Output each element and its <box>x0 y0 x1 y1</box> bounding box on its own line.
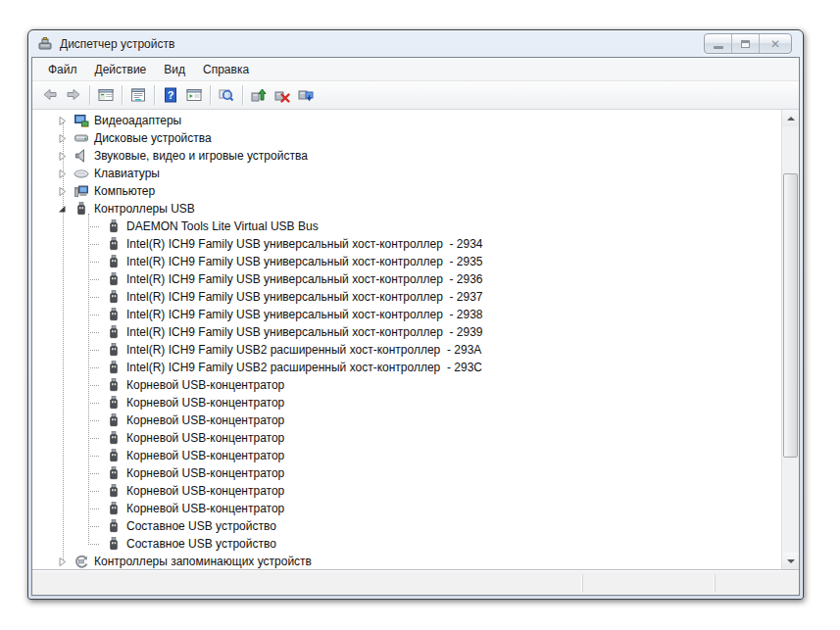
uninstall-device-button[interactable] <box>271 83 294 107</box>
usb-icon <box>106 289 122 305</box>
tree-category[interactable]: Клавиатуры <box>32 165 782 182</box>
tree-item-label: Составное USB устройство <box>126 537 276 551</box>
maximize-button[interactable] <box>732 34 760 53</box>
uninstall-device-icon <box>273 86 291 104</box>
tree-connector <box>88 438 99 439</box>
properties-button[interactable] <box>126 83 150 107</box>
usb-icon <box>106 465 122 481</box>
tree-item-label: Корневой USB-концентратор <box>126 396 284 410</box>
collapsed-expander-icon[interactable] <box>57 186 68 197</box>
tree-item[interactable]: Intel(R) ICH9 Family USB универсальный х… <box>32 288 782 306</box>
tree-item[interactable]: Intel(R) ICH9 Family USB универсальный х… <box>32 235 782 253</box>
tree-connector <box>88 456 99 457</box>
tree-item[interactable]: Составное USB устройство <box>32 535 782 553</box>
tree-connector <box>88 315 99 315</box>
tree-item[interactable]: Intel(R) ICH9 Family USB2 расширенный хо… <box>32 341 782 359</box>
tree-item[interactable]: Корневой USB-концентратор <box>32 429 782 447</box>
collapsed-expander-icon[interactable] <box>57 133 68 144</box>
tree-item[interactable]: Корневой USB-концентратор <box>32 482 782 500</box>
update-hardware-config-button[interactable] <box>294 83 318 107</box>
usb-icon <box>106 448 122 463</box>
toolbar-separator <box>242 85 243 105</box>
standard-view-icon <box>185 86 203 104</box>
tree-connector <box>88 473 99 474</box>
tree-item-label: Составное USB устройство <box>126 519 276 533</box>
tree-item-label: Корневой USB-концентратор <box>126 466 284 480</box>
scroll-down-button[interactable] <box>782 553 799 569</box>
menu-view[interactable]: Вид <box>155 60 194 79</box>
vertical-scrollbar[interactable] <box>781 110 799 569</box>
menu-file[interactable]: Файл <box>39 60 86 79</box>
scroll-up-button[interactable] <box>782 110 799 126</box>
tree-category[interactable]: Контроллеры запоминающих устройств <box>32 553 782 569</box>
standard-view-button[interactable] <box>182 83 206 107</box>
maximize-icon <box>741 40 750 48</box>
back-button[interactable] <box>38 83 62 107</box>
back-icon <box>41 86 59 104</box>
menu-help[interactable]: Справка <box>194 60 258 79</box>
tree-item[interactable]: Intel(R) ICH9 Family USB универсальный х… <box>32 253 782 270</box>
show-console-tree-button[interactable] <box>94 83 118 107</box>
tree-item-label: Корневой USB-концентратор <box>126 413 284 427</box>
forward-button[interactable] <box>62 83 85 107</box>
tree-item-label: Контроллеры USB <box>94 202 195 216</box>
tree-category[interactable]: Видеоадаптеры <box>32 112 782 129</box>
minimize-button[interactable] <box>705 34 732 53</box>
tree-item[interactable]: Корневой USB-концентратор <box>32 500 782 517</box>
storage-controller-icon <box>74 554 89 569</box>
tree-category[interactable]: Контроллеры USB <box>32 200 782 218</box>
scrollbar-thumb[interactable] <box>783 173 798 458</box>
scan-hardware-button[interactable] <box>215 83 238 107</box>
tree-item[interactable]: Составное USB устройство <box>32 517 782 535</box>
usb-icon <box>106 342 122 358</box>
tree-item-label: Intel(R) ICH9 Family USB универсальный х… <box>126 290 483 304</box>
forward-icon <box>65 86 82 104</box>
scroll-up-icon <box>787 117 795 121</box>
tree-category[interactable]: Компьютер <box>32 182 782 200</box>
status-pane-separator <box>582 574 583 592</box>
tree-item[interactable]: Intel(R) ICH9 Family USB универсальный х… <box>32 323 782 341</box>
usb-icon <box>106 271 122 287</box>
menu-action[interactable]: Действие <box>86 60 156 79</box>
tree-item[interactable]: Корневой USB-концентратор <box>32 394 782 412</box>
usb-icon <box>106 501 122 516</box>
tree-item[interactable]: Корневой USB-концентратор <box>32 464 782 482</box>
tree-item-label: Intel(R) ICH9 Family USB универсальный х… <box>126 325 483 339</box>
collapsed-expander-icon[interactable] <box>57 151 68 162</box>
tree-item[interactable]: Корневой USB-концентратор <box>32 412 782 429</box>
tree-item-label: Корневой USB-концентратор <box>126 502 284 515</box>
video-adapter-icon <box>74 113 89 128</box>
tree-category[interactable]: Дисковые устройства <box>32 129 782 147</box>
collapsed-expander-icon[interactable] <box>57 557 68 567</box>
tree-connector <box>88 491 99 492</box>
tree-connector <box>88 244 99 245</box>
tree-item-label: Intel(R) ICH9 Family USB2 расширенный хо… <box>126 361 482 374</box>
disk-drive-icon <box>74 130 89 146</box>
usb-icon <box>106 483 122 499</box>
usb-icon <box>106 218 122 234</box>
usb-icon <box>106 395 122 411</box>
tree-item-label: Компьютер <box>94 184 155 198</box>
close-button[interactable]: ✕ <box>760 34 791 53</box>
tree-connector <box>88 526 99 527</box>
update-driver-button[interactable] <box>247 83 271 107</box>
tree-connector <box>88 279 99 280</box>
tree-item[interactable]: Intel(R) ICH9 Family USB2 расширенный хо… <box>32 359 782 376</box>
tree-item[interactable]: Корневой USB-концентратор <box>32 376 782 394</box>
collapsed-expander-icon[interactable] <box>57 169 68 179</box>
collapsed-expander-icon[interactable] <box>57 116 68 126</box>
menu-bar: Файл Действие Вид Справка <box>32 58 799 81</box>
update-hardware-config-icon <box>297 86 315 104</box>
tree-connector <box>88 385 99 386</box>
tree-category[interactable]: Звуковые, видео и игровые устройства <box>32 147 782 165</box>
tree-connector <box>88 332 99 333</box>
help-button[interactable]: ? <box>159 83 182 107</box>
tree-item[interactable]: Intel(R) ICH9 Family USB универсальный х… <box>32 270 782 288</box>
tree-connector <box>88 544 99 545</box>
tree-item[interactable]: DAEMON Tools Lite Virtual USB Bus <box>32 218 782 235</box>
device-manager-app-icon <box>37 36 53 52</box>
tree-item[interactable]: Intel(R) ICH9 Family USB универсальный х… <box>32 306 782 323</box>
tree-item[interactable]: Корневой USB-концентратор <box>32 447 782 464</box>
expanded-expander-icon[interactable] <box>57 204 68 215</box>
titlebar[interactable]: Диспетчер устройств ✕ <box>28 30 803 57</box>
